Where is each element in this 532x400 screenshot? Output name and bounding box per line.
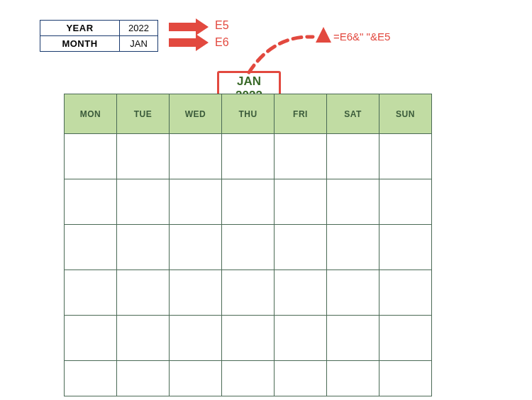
day-header: THU <box>222 94 275 134</box>
svg-marker-1 <box>169 34 209 51</box>
calendar-row <box>65 316 432 361</box>
calendar-cell[interactable] <box>117 270 170 316</box>
calendar-cell[interactable] <box>379 134 432 179</box>
calendar-cell[interactable] <box>327 179 379 225</box>
calendar-row <box>65 134 432 179</box>
calendar-row <box>65 270 432 316</box>
calendar-cell[interactable] <box>379 225 432 270</box>
month-label: MONTH <box>40 36 120 52</box>
calendar-cell[interactable] <box>170 225 222 270</box>
calendar-cell[interactable] <box>170 361 222 396</box>
calendar-cell[interactable] <box>65 270 117 316</box>
calendar-cell[interactable] <box>222 316 275 361</box>
arrow-right-icon <box>169 18 210 35</box>
calendar-cell[interactable] <box>327 134 379 179</box>
arrow-right-icon <box>169 34 210 51</box>
calendar-cell[interactable] <box>170 316 222 361</box>
calendar-cell[interactable] <box>117 316 170 361</box>
day-header: FRI <box>275 94 327 134</box>
formula-text: =E6&" "&E5 <box>333 30 390 43</box>
calendar-cell[interactable] <box>117 225 170 270</box>
calendar-cell[interactable] <box>275 134 327 179</box>
calendar-cell[interactable] <box>327 316 379 361</box>
calendar-grid: MON TUE WED THU FRI SAT SUN <box>64 94 432 396</box>
calendar-cell[interactable] <box>275 270 327 316</box>
calendar-cell[interactable] <box>327 361 379 396</box>
calendar-cell[interactable] <box>117 179 170 225</box>
day-header: WED <box>170 94 222 134</box>
month-value[interactable]: JAN <box>120 36 158 52</box>
calendar-row <box>65 179 432 225</box>
calendar-cell[interactable] <box>65 225 117 270</box>
triangle-icon <box>316 27 331 43</box>
calendar-cell[interactable] <box>379 270 432 316</box>
calendar-row <box>65 225 432 270</box>
calendar-cell[interactable] <box>379 361 432 396</box>
day-header: SUN <box>379 94 432 134</box>
calendar-cell[interactable] <box>379 316 432 361</box>
calendar-cell[interactable] <box>65 316 117 361</box>
cell-ref-e6: E6 <box>215 36 229 49</box>
calendar-cell[interactable] <box>222 179 275 225</box>
calendar-cell[interactable] <box>117 134 170 179</box>
calendar-cell[interactable] <box>275 179 327 225</box>
calendar-row <box>65 361 432 396</box>
calendar-cell[interactable] <box>222 361 275 396</box>
calendar-cell[interactable] <box>65 134 117 179</box>
calendar-cell[interactable] <box>170 179 222 225</box>
day-header: TUE <box>117 94 170 134</box>
input-table: YEAR 2022 MONTH JAN <box>40 20 158 52</box>
calendar-cell[interactable] <box>379 179 432 225</box>
year-label: YEAR <box>40 21 120 36</box>
calendar-cell[interactable] <box>65 179 117 225</box>
calendar-cell[interactable] <box>275 316 327 361</box>
calendar-cell[interactable] <box>170 270 222 316</box>
calendar-header-row: MON TUE WED THU FRI SAT SUN <box>65 94 432 134</box>
calendar-cell[interactable] <box>170 134 222 179</box>
calendar-cell[interactable] <box>222 225 275 270</box>
calendar-cell[interactable] <box>65 361 117 396</box>
calendar-cell[interactable] <box>275 361 327 396</box>
calendar-cell[interactable] <box>327 225 379 270</box>
day-header: MON <box>65 94 117 134</box>
day-header: SAT <box>327 94 379 134</box>
year-value[interactable]: 2022 <box>120 21 158 36</box>
svg-marker-2 <box>316 27 331 43</box>
calendar-cell[interactable] <box>222 270 275 316</box>
cell-ref-e5: E5 <box>215 19 229 32</box>
calendar-cell[interactable] <box>327 270 379 316</box>
calendar-cell[interactable] <box>117 361 170 396</box>
calendar-cell[interactable] <box>222 134 275 179</box>
calendar-cell[interactable] <box>275 225 327 270</box>
svg-marker-0 <box>169 18 209 35</box>
